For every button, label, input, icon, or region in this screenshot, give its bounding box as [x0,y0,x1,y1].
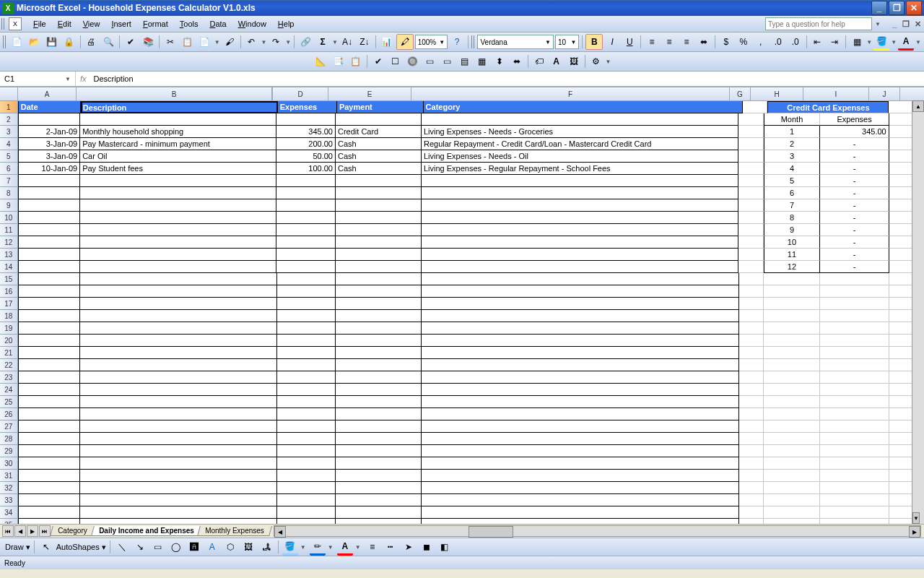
save-icon[interactable]: 💾 [44,35,60,49]
cell[interactable] [80,322,276,335]
cell[interactable] [739,408,764,420]
cell[interactable] [277,445,336,457]
cell[interactable] [18,396,81,408]
format-painter-icon[interactable]: 🖌 [222,35,237,49]
cell[interactable] [738,126,764,138]
cell[interactable] [336,322,422,335]
cell[interactable] [422,212,738,224]
cell[interactable]: - [820,212,889,224]
cell[interactable] [422,335,739,347]
cell[interactable] [18,408,81,420]
diagram-icon[interactable]: ⬡ [222,540,238,554]
cell[interactable] [336,470,422,482]
align-right-icon[interactable]: ≡ [679,35,694,49]
cell[interactable]: - [820,150,889,163]
cell[interactable]: 4 [764,163,821,175]
cell[interactable]: Category [424,101,743,113]
cell[interactable] [820,285,889,298]
cell[interactable] [820,310,889,322]
name-box[interactable]: C1▼ [0,72,76,86]
cell[interactable] [422,298,739,310]
cell[interactable] [277,494,336,506]
mdi-minimize-button[interactable]: _ [889,19,899,29]
cell[interactable] [277,506,336,519]
cell[interactable] [336,335,422,347]
cell[interactable] [336,224,422,236]
cell[interactable]: 1 [764,126,821,138]
cell[interactable] [764,494,820,506]
cell[interactable]: Description [81,101,278,113]
preview-icon[interactable]: 🔍 [100,35,116,49]
scroll-down-icon[interactable]: ▼ [912,512,920,524]
scroll-thumb[interactable] [468,526,513,538]
cell[interactable] [422,359,739,371]
cell[interactable]: 345.00 [820,126,889,138]
cell[interactable] [277,396,336,408]
formula-input[interactable]: Description [91,74,136,83]
cell[interactable]: - [820,187,889,199]
row-header[interactable]: 4 [0,138,18,150]
line-style-icon[interactable]: ≡ [365,540,380,554]
cell[interactable] [820,322,889,335]
cell[interactable] [739,519,764,524]
cell[interactable] [422,445,739,457]
cell[interactable]: 9 [764,224,821,236]
tool-icon[interactable]: ▦ [474,54,490,69]
cell[interactable] [277,359,336,371]
last-sheet-icon[interactable]: ⏭ [39,525,51,537]
cell[interactable] [80,212,276,224]
autosum-icon[interactable]: Σ [315,35,331,49]
menu-help[interactable]: Help [272,17,300,30]
cell[interactable] [18,445,81,457]
fx-icon[interactable]: fx [76,74,91,83]
cell[interactable] [422,470,739,482]
row-header[interactable]: 32 [0,482,18,494]
cell[interactable] [764,396,820,408]
cut-icon[interactable]: ✂ [162,35,178,49]
cell[interactable] [422,371,739,384]
font-color-icon[interactable]: A [898,34,914,51]
autoshapes-menu[interactable]: AutoShapes ▾ [56,543,106,552]
cell[interactable] [820,347,889,359]
cell[interactable] [277,322,336,335]
cell[interactable] [276,212,336,224]
tool-icon[interactable]: ▭ [422,54,438,69]
wordart-icon[interactable]: A [204,540,220,554]
cell[interactable] [336,420,422,433]
draw-menu[interactable]: Draw ▾ [5,543,30,552]
row-header[interactable]: 35 [0,519,18,524]
col-header-I[interactable]: I [803,87,869,100]
cell[interactable] [18,322,81,335]
tool-icon[interactable]: ☐ [388,54,404,69]
row-header[interactable]: 10 [0,212,18,224]
cell[interactable] [80,470,276,482]
vertical-scrollbar[interactable]: ▲ ▼ [912,100,924,524]
fill-color-icon[interactable]: 🪣 [873,34,889,51]
cell[interactable] [18,187,81,199]
tool-icon[interactable]: ⬍ [492,54,507,69]
cell[interactable] [336,212,422,224]
underline-button[interactable]: U [622,35,637,49]
cell[interactable] [764,457,820,470]
cell[interactable] [80,384,276,396]
row-header[interactable]: 16 [0,285,18,298]
cell[interactable] [277,408,336,420]
redo-icon[interactable]: ↷ [268,35,284,49]
cell[interactable]: Expenses [820,113,889,126]
row-header[interactable]: 9 [0,199,18,212]
picture-icon[interactable]: 🏞 [258,540,274,554]
cell[interactable] [80,335,276,347]
cell[interactable] [336,506,422,519]
close-button[interactable]: ✕ [906,1,922,15]
cell[interactable] [18,310,81,322]
font-size-combo[interactable]: 10▼ [555,35,580,49]
cell[interactable] [80,371,276,384]
help-icon[interactable]: ? [449,35,465,49]
cell[interactable] [739,359,764,371]
paste-icon[interactable]: 📄 [197,35,213,49]
cell[interactable] [276,175,336,187]
row-header[interactable]: 11 [0,224,18,236]
cell[interactable]: 6 [764,187,821,199]
select-all-corner[interactable] [0,87,18,100]
cell[interactable] [18,457,81,470]
